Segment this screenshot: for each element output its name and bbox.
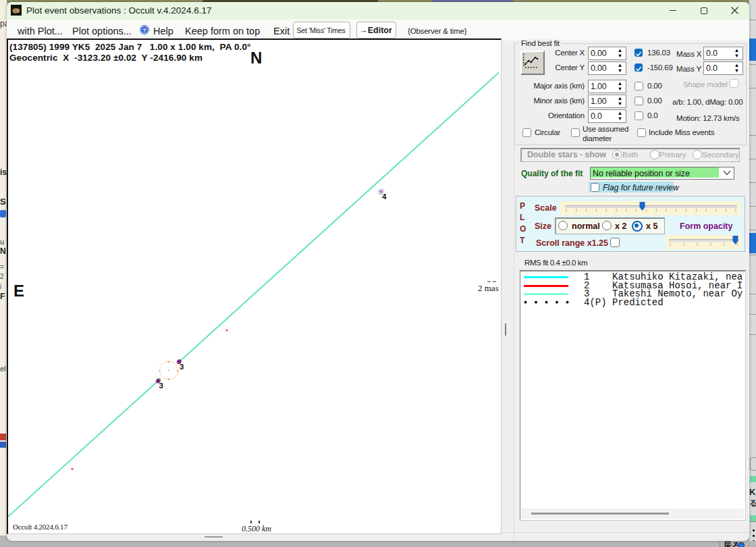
svg-text:?: ? — [142, 26, 146, 34]
